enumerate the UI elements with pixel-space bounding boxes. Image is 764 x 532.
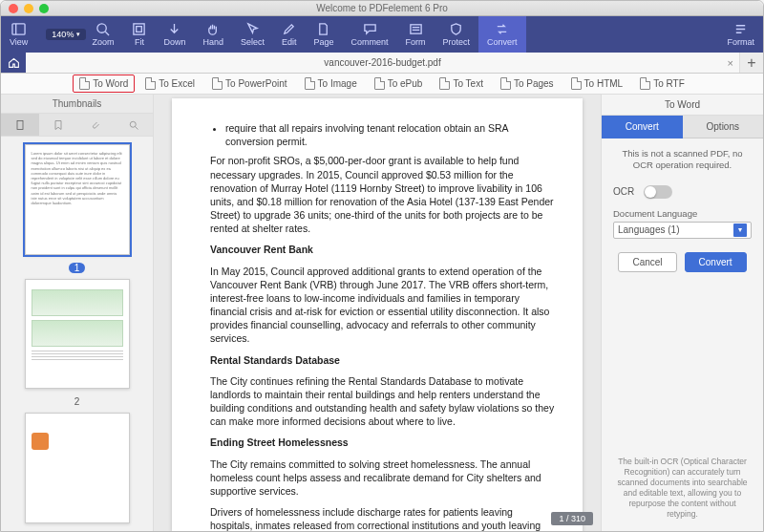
to-rtf-button[interactable]: To RTF xyxy=(633,74,691,93)
pencil-icon xyxy=(282,22,296,36)
comment-tool[interactable]: Comment xyxy=(343,16,397,53)
format-icon xyxy=(733,22,748,36)
svg-line-3 xyxy=(106,32,110,35)
page-tool[interactable]: Page xyxy=(305,16,342,53)
thumbnail-number: 2 xyxy=(69,396,86,407)
page-icon xyxy=(316,22,330,36)
doc-icon xyxy=(439,77,450,90)
down-arrow-icon xyxy=(167,22,181,36)
main-area: Thumbnails Lorem ipsum dolor sit amet co… xyxy=(1,95,763,531)
convert-side-panel: To Word Convert Options This is not a sc… xyxy=(601,95,763,531)
body-text: In May 2015, Council approved additional… xyxy=(210,265,556,346)
shield-icon xyxy=(449,22,463,36)
to-image-button[interactable]: To Image xyxy=(298,74,364,93)
section-heading: Ending Street Homelessness xyxy=(210,436,349,448)
thumbnails-tab-search[interactable] xyxy=(115,114,153,136)
doc-icon xyxy=(145,77,156,90)
body-text: For non-profit SROs, a $5,000-per-door g… xyxy=(210,154,556,235)
convert-tool[interactable]: Convert xyxy=(478,16,526,53)
svg-rect-5 xyxy=(410,25,420,33)
form-tool[interactable]: Form xyxy=(397,16,435,53)
to-excel-button[interactable]: To Excel xyxy=(138,74,202,93)
to-html-button[interactable]: To HTML xyxy=(564,74,630,93)
language-select[interactable]: Languages (1) ▾ xyxy=(613,222,752,239)
language-label: Document Language xyxy=(613,208,752,219)
thumbnails-tab-attachments[interactable] xyxy=(77,114,116,136)
bookmark-icon xyxy=(53,119,64,131)
protect-tool[interactable]: Protect xyxy=(435,16,479,53)
tab-bar: vancouver-2016-budget.pdf × + xyxy=(1,53,763,74)
to-epub-button[interactable]: To ePub xyxy=(368,74,430,93)
side-panel-title: To Word xyxy=(602,95,763,116)
page-icon xyxy=(14,119,26,131)
to-pages-button[interactable]: To Pages xyxy=(494,74,561,93)
document-viewer[interactable]: require that all repairs involving tenan… xyxy=(154,95,601,531)
convert-icon xyxy=(495,22,509,36)
svg-rect-4 xyxy=(134,24,144,34)
doc-icon xyxy=(640,77,650,90)
main-toolbar: View 140%▾ Zoom Fit Down Hand Select E xyxy=(1,16,763,53)
ocr-label: OCR xyxy=(613,186,634,197)
zoom-value[interactable]: 140%▾ xyxy=(46,29,86,40)
svg-point-9 xyxy=(130,121,136,127)
svg-rect-8 xyxy=(17,120,23,129)
new-tab-button[interactable]: + xyxy=(740,53,763,73)
scan-note: This is not a scanned PDF, no OCR operat… xyxy=(613,148,752,172)
thumbnail-page-3[interactable] xyxy=(25,413,130,523)
doc-icon xyxy=(212,77,223,90)
thumbnail-number: 1 xyxy=(69,263,86,273)
view-tool[interactable]: View xyxy=(1,16,36,53)
thumbnails-tab-pages[interactable] xyxy=(1,114,39,136)
chevron-down-icon: ▾ xyxy=(733,223,747,237)
zoom-icon xyxy=(96,22,110,36)
document-tab[interactable]: vancouver-2016-budget.pdf × xyxy=(26,53,740,73)
to-powerpoint-button[interactable]: To PowerPoint xyxy=(205,74,293,93)
convert-button[interactable]: Convert xyxy=(685,252,747,272)
convert-tab[interactable]: Convert xyxy=(602,116,683,138)
edit-tool[interactable]: Edit xyxy=(273,16,306,53)
document-tab-label: vancouver-2016-budget.pdf xyxy=(324,57,440,68)
home-tab[interactable] xyxy=(1,53,26,73)
hand-tool[interactable]: Hand xyxy=(194,16,232,53)
body-text: The City remains committed to solving st… xyxy=(210,458,556,499)
select-tool[interactable]: Select xyxy=(232,16,273,53)
doc-icon xyxy=(500,77,511,90)
page-counter: 1 / 310 xyxy=(551,512,593,525)
body-text: require that all repairs involving tenan… xyxy=(225,121,556,148)
sidebar-icon xyxy=(11,22,26,36)
zoom-tool[interactable]: 140%▾ Zoom xyxy=(36,16,123,53)
close-tab-button[interactable]: × xyxy=(728,57,733,69)
thumbnails-list[interactable]: Lorem ipsum dolor sit amet consectetur a… xyxy=(1,137,153,531)
section-heading: Rental Standards Database xyxy=(210,354,340,366)
pdf-page: require that all repairs involving tenan… xyxy=(172,98,583,531)
thumbnail-page-1[interactable]: Lorem ipsum dolor sit amet consectetur a… xyxy=(25,144,130,255)
fit-tool[interactable]: Fit xyxy=(123,16,155,53)
ocr-footer-note: The built-in OCR (Optical Character Reco… xyxy=(602,449,763,531)
body-text: Drivers of homelessness include discharg… xyxy=(210,505,556,531)
svg-rect-0 xyxy=(12,24,25,34)
svg-point-2 xyxy=(97,24,106,32)
thumbnail-page-2[interactable] xyxy=(25,279,130,390)
doc-icon xyxy=(79,77,90,90)
cancel-button[interactable]: Cancel xyxy=(618,252,676,272)
fit-icon xyxy=(132,22,146,36)
window-title: Welcome to PDFelement 6 Pro xyxy=(1,3,763,13)
doc-icon xyxy=(374,77,385,90)
doc-icon xyxy=(571,77,582,90)
comment-icon xyxy=(363,22,377,36)
to-text-button[interactable]: To Text xyxy=(433,74,490,93)
options-tab[interactable]: Options xyxy=(683,116,764,138)
thumbnails-header: Thumbnails xyxy=(1,95,153,114)
format-tool[interactable]: Format xyxy=(718,16,763,53)
to-word-button[interactable]: To Word xyxy=(73,74,135,93)
down-tool[interactable]: Down xyxy=(155,16,194,53)
hand-icon xyxy=(206,22,221,36)
svg-line-10 xyxy=(136,126,138,129)
ocr-toggle[interactable] xyxy=(644,185,672,199)
search-icon xyxy=(128,119,139,131)
form-icon xyxy=(409,22,423,36)
thumbnails-tab-bookmarks[interactable] xyxy=(39,114,77,136)
home-icon xyxy=(8,56,20,69)
side-panel-tabs: Convert Options xyxy=(602,116,763,138)
language-value: Languages (1) xyxy=(618,224,680,235)
